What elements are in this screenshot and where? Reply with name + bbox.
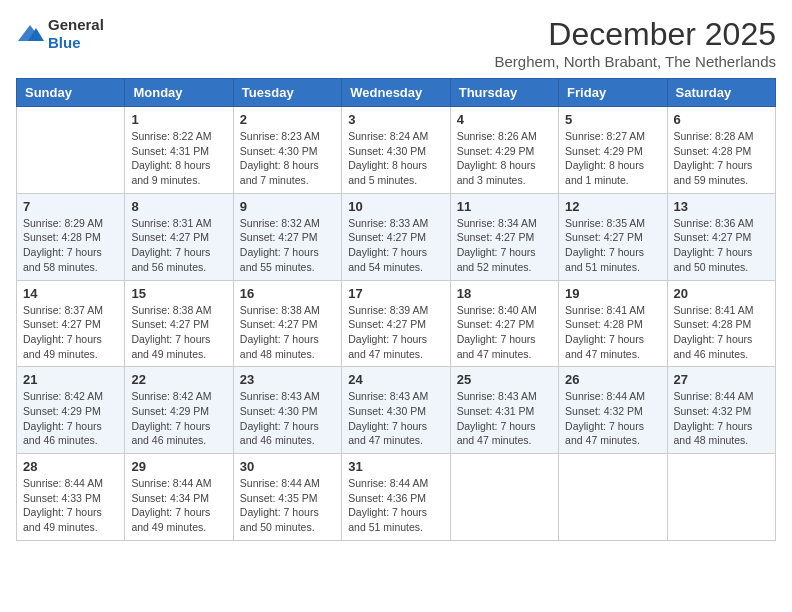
weekday-header-monday: Monday: [125, 79, 233, 107]
calendar-cell: 8Sunrise: 8:31 AMSunset: 4:27 PMDaylight…: [125, 193, 233, 280]
cell-info: Sunrise: 8:43 AMSunset: 4:30 PMDaylight:…: [240, 389, 335, 448]
title-block: December 2025 Berghem, North Brabant, Th…: [494, 16, 776, 70]
cell-date-number: 21: [23, 372, 118, 387]
calendar-week-row: 28Sunrise: 8:44 AMSunset: 4:33 PMDayligh…: [17, 454, 776, 541]
calendar-cell: 29Sunrise: 8:44 AMSunset: 4:34 PMDayligh…: [125, 454, 233, 541]
cell-date-number: 19: [565, 286, 660, 301]
cell-date-number: 6: [674, 112, 769, 127]
cell-date-number: 20: [674, 286, 769, 301]
calendar-cell: 21Sunrise: 8:42 AMSunset: 4:29 PMDayligh…: [17, 367, 125, 454]
weekday-header-sunday: Sunday: [17, 79, 125, 107]
cell-info: Sunrise: 8:39 AMSunset: 4:27 PMDaylight:…: [348, 303, 443, 362]
cell-info: Sunrise: 8:44 AMSunset: 4:32 PMDaylight:…: [565, 389, 660, 448]
cell-info: Sunrise: 8:41 AMSunset: 4:28 PMDaylight:…: [565, 303, 660, 362]
page-header: General Blue December 2025 Berghem, Nort…: [16, 16, 776, 70]
cell-info: Sunrise: 8:43 AMSunset: 4:30 PMDaylight:…: [348, 389, 443, 448]
cell-info: Sunrise: 8:44 AMSunset: 4:35 PMDaylight:…: [240, 476, 335, 535]
cell-date-number: 24: [348, 372, 443, 387]
cell-info: Sunrise: 8:43 AMSunset: 4:31 PMDaylight:…: [457, 389, 552, 448]
calendar-cell: [450, 454, 558, 541]
logo: General Blue: [16, 16, 104, 52]
calendar-cell: 12Sunrise: 8:35 AMSunset: 4:27 PMDayligh…: [559, 193, 667, 280]
cell-date-number: 9: [240, 199, 335, 214]
calendar-week-row: 7Sunrise: 8:29 AMSunset: 4:28 PMDaylight…: [17, 193, 776, 280]
calendar-week-row: 1Sunrise: 8:22 AMSunset: 4:31 PMDaylight…: [17, 107, 776, 194]
calendar-cell: 23Sunrise: 8:43 AMSunset: 4:30 PMDayligh…: [233, 367, 341, 454]
cell-date-number: 26: [565, 372, 660, 387]
cell-date-number: 1: [131, 112, 226, 127]
calendar-cell: 22Sunrise: 8:42 AMSunset: 4:29 PMDayligh…: [125, 367, 233, 454]
cell-date-number: 25: [457, 372, 552, 387]
cell-date-number: 23: [240, 372, 335, 387]
calendar-cell: 30Sunrise: 8:44 AMSunset: 4:35 PMDayligh…: [233, 454, 341, 541]
cell-info: Sunrise: 8:32 AMSunset: 4:27 PMDaylight:…: [240, 216, 335, 275]
calendar-cell: [559, 454, 667, 541]
calendar-cell: 4Sunrise: 8:26 AMSunset: 4:29 PMDaylight…: [450, 107, 558, 194]
cell-date-number: 28: [23, 459, 118, 474]
cell-date-number: 8: [131, 199, 226, 214]
calendar-cell: 19Sunrise: 8:41 AMSunset: 4:28 PMDayligh…: [559, 280, 667, 367]
cell-info: Sunrise: 8:36 AMSunset: 4:27 PMDaylight:…: [674, 216, 769, 275]
weekday-header-row: SundayMondayTuesdayWednesdayThursdayFrid…: [17, 79, 776, 107]
calendar-cell: 3Sunrise: 8:24 AMSunset: 4:30 PMDaylight…: [342, 107, 450, 194]
weekday-header-friday: Friday: [559, 79, 667, 107]
cell-date-number: 30: [240, 459, 335, 474]
cell-info: Sunrise: 8:42 AMSunset: 4:29 PMDaylight:…: [131, 389, 226, 448]
weekday-header-wednesday: Wednesday: [342, 79, 450, 107]
calendar-cell: 2Sunrise: 8:23 AMSunset: 4:30 PMDaylight…: [233, 107, 341, 194]
cell-info: Sunrise: 8:26 AMSunset: 4:29 PMDaylight:…: [457, 129, 552, 188]
calendar-cell: 17Sunrise: 8:39 AMSunset: 4:27 PMDayligh…: [342, 280, 450, 367]
cell-date-number: 14: [23, 286, 118, 301]
cell-info: Sunrise: 8:44 AMSunset: 4:33 PMDaylight:…: [23, 476, 118, 535]
logo-text: General Blue: [48, 16, 104, 52]
cell-info: Sunrise: 8:27 AMSunset: 4:29 PMDaylight:…: [565, 129, 660, 188]
cell-info: Sunrise: 8:24 AMSunset: 4:30 PMDaylight:…: [348, 129, 443, 188]
calendar-table: SundayMondayTuesdayWednesdayThursdayFrid…: [16, 78, 776, 541]
cell-info: Sunrise: 8:44 AMSunset: 4:36 PMDaylight:…: [348, 476, 443, 535]
cell-date-number: 5: [565, 112, 660, 127]
calendar-week-row: 21Sunrise: 8:42 AMSunset: 4:29 PMDayligh…: [17, 367, 776, 454]
cell-date-number: 3: [348, 112, 443, 127]
calendar-cell: 26Sunrise: 8:44 AMSunset: 4:32 PMDayligh…: [559, 367, 667, 454]
cell-date-number: 17: [348, 286, 443, 301]
cell-info: Sunrise: 8:23 AMSunset: 4:30 PMDaylight:…: [240, 129, 335, 188]
calendar-cell: [667, 454, 775, 541]
cell-date-number: 29: [131, 459, 226, 474]
calendar-cell: 27Sunrise: 8:44 AMSunset: 4:32 PMDayligh…: [667, 367, 775, 454]
cell-date-number: 13: [674, 199, 769, 214]
calendar-cell: 7Sunrise: 8:29 AMSunset: 4:28 PMDaylight…: [17, 193, 125, 280]
cell-info: Sunrise: 8:34 AMSunset: 4:27 PMDaylight:…: [457, 216, 552, 275]
cell-date-number: 4: [457, 112, 552, 127]
calendar-cell: 5Sunrise: 8:27 AMSunset: 4:29 PMDaylight…: [559, 107, 667, 194]
cell-date-number: 22: [131, 372, 226, 387]
cell-date-number: 16: [240, 286, 335, 301]
calendar-cell: 1Sunrise: 8:22 AMSunset: 4:31 PMDaylight…: [125, 107, 233, 194]
weekday-header-tuesday: Tuesday: [233, 79, 341, 107]
calendar-cell: 28Sunrise: 8:44 AMSunset: 4:33 PMDayligh…: [17, 454, 125, 541]
cell-info: Sunrise: 8:29 AMSunset: 4:28 PMDaylight:…: [23, 216, 118, 275]
cell-info: Sunrise: 8:35 AMSunset: 4:27 PMDaylight:…: [565, 216, 660, 275]
calendar-cell: 15Sunrise: 8:38 AMSunset: 4:27 PMDayligh…: [125, 280, 233, 367]
calendar-cell: 20Sunrise: 8:41 AMSunset: 4:28 PMDayligh…: [667, 280, 775, 367]
calendar-cell: 31Sunrise: 8:44 AMSunset: 4:36 PMDayligh…: [342, 454, 450, 541]
cell-date-number: 31: [348, 459, 443, 474]
cell-info: Sunrise: 8:40 AMSunset: 4:27 PMDaylight:…: [457, 303, 552, 362]
weekday-header-thursday: Thursday: [450, 79, 558, 107]
logo-icon: [16, 23, 44, 45]
cell-date-number: 11: [457, 199, 552, 214]
calendar-cell: 10Sunrise: 8:33 AMSunset: 4:27 PMDayligh…: [342, 193, 450, 280]
calendar-cell: 25Sunrise: 8:43 AMSunset: 4:31 PMDayligh…: [450, 367, 558, 454]
cell-date-number: 10: [348, 199, 443, 214]
weekday-header-saturday: Saturday: [667, 79, 775, 107]
calendar-week-row: 14Sunrise: 8:37 AMSunset: 4:27 PMDayligh…: [17, 280, 776, 367]
calendar-cell: 18Sunrise: 8:40 AMSunset: 4:27 PMDayligh…: [450, 280, 558, 367]
cell-date-number: 2: [240, 112, 335, 127]
cell-info: Sunrise: 8:33 AMSunset: 4:27 PMDaylight:…: [348, 216, 443, 275]
cell-date-number: 7: [23, 199, 118, 214]
calendar-cell: [17, 107, 125, 194]
month-title: December 2025: [494, 16, 776, 53]
cell-info: Sunrise: 8:37 AMSunset: 4:27 PMDaylight:…: [23, 303, 118, 362]
cell-date-number: 27: [674, 372, 769, 387]
cell-info: Sunrise: 8:44 AMSunset: 4:34 PMDaylight:…: [131, 476, 226, 535]
cell-info: Sunrise: 8:41 AMSunset: 4:28 PMDaylight:…: [674, 303, 769, 362]
